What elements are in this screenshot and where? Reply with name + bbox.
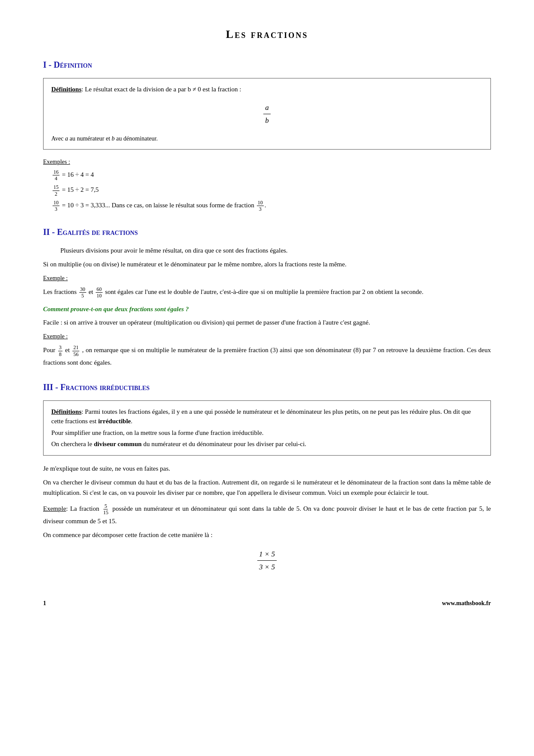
section2-para1: Plusieurs divisions pour avoir le même r… (60, 245, 491, 256)
fraction-note: Avec a au numérateur et b au dénominateu… (51, 134, 483, 143)
frac-16-4-den: 4 (54, 175, 58, 181)
def3-bold2: diviseur commun (94, 440, 142, 447)
section2-ex2-pour: Pour (43, 347, 55, 353)
def3-line1: Définitions: Parmi toutes les fractions … (51, 407, 483, 426)
frac-60-10-num: 60 (96, 286, 103, 293)
section3-example-label: Exemple (43, 505, 66, 512)
section2-ex1-prefix: Les fractions (43, 288, 77, 295)
frac-10-3a-num: 10 (53, 200, 59, 206)
example-1: 16 4 = 16 ÷ 4 = 4 (52, 169, 491, 182)
section3-para1: Je m'explique tout de suite, ne vous en … (43, 463, 491, 474)
def3-line3: On cherchera le diviseur commun du numér… (51, 439, 483, 449)
frac-15-2-num: 15 (53, 184, 59, 191)
section2-ex2-et: et (65, 347, 72, 353)
main-fraction-display: a b (51, 102, 483, 126)
example-3-suffix: . (265, 202, 266, 209)
frac-5-15-num: 5 (103, 503, 108, 509)
frac-16-4-num: 16 (53, 169, 59, 175)
frac-10-3b-den: 3 (258, 206, 262, 212)
section3-ex-text1: : La fraction (66, 505, 99, 512)
frac-30-5-num: 30 (79, 286, 86, 293)
frac-21-56-den: 56 (72, 351, 79, 357)
section2-example1-block: Exemple : Les fractions 30 5 et 60 10 so… (43, 274, 491, 299)
fraction-16-4: 16 4 (53, 169, 59, 182)
fraction-30-5: 30 5 (79, 286, 86, 299)
example-3-prefix: = 10 ÷ 3 = 3,333... Dans ce cas, on lais… (62, 202, 254, 209)
fraction-21-56: 21 56 (72, 344, 79, 357)
frac-5-15-den: 15 (102, 509, 109, 515)
section2-answer: Facile : si on arrive à trouver un opéra… (43, 317, 491, 328)
page-title: Les fractions (43, 26, 491, 43)
fraction-10-3-b: 10 3 (257, 200, 264, 212)
footer-page-number: 1 (43, 599, 46, 608)
def3-text2: . (131, 418, 133, 425)
fraction-denominator: b (263, 114, 271, 126)
decompose-fraction: 1 × 5 3 × 5 (43, 549, 491, 573)
def3-label: Définitions (51, 408, 81, 415)
section2-example2-text: Pour 3 8 et 21 56 , on remarque que si o… (43, 344, 491, 368)
fraction-3-8: 3 8 (58, 344, 62, 357)
definition-box-1: Définitions: Le résultat exact de la div… (43, 78, 491, 150)
frac-10-3b-num: 10 (257, 200, 264, 206)
frac-10-3a-den: 3 (54, 206, 58, 212)
section2-et: et (88, 288, 95, 295)
def-label-1: Définitions (51, 86, 81, 93)
frac-21-56-num: 21 (72, 344, 79, 351)
section-2: II - Egalités de fractions Plusieurs div… (43, 225, 491, 368)
footer-site: www.mathsbook.fr (442, 599, 491, 608)
definition-box-3: Définitions: Parmi toutes les fractions … (43, 400, 491, 456)
section2-ex2-rest: , on remarque que si on multiplie le num… (43, 347, 491, 366)
examples-label-1: Exemples : (43, 157, 491, 166)
section2-example2-label: Exemple : (43, 332, 491, 341)
section-1: I - Définition Définitions: Le résultat … (43, 58, 491, 212)
fraction-60-10: 60 10 (96, 286, 103, 299)
decompose-denominator: 3 × 5 (257, 561, 277, 573)
def3-bold1: irréductible (98, 418, 131, 425)
frac-15-2-den: 2 (54, 191, 58, 197)
frac-3-8-num: 3 (58, 344, 62, 351)
decompose-numerator: 1 × 5 (257, 549, 277, 561)
section-3: III - Fractions irréductibles Définition… (43, 381, 491, 573)
fraction-15-2: 15 2 (53, 184, 59, 197)
frac-60-10-den: 10 (96, 293, 103, 299)
section2-example1-text: Les fractions 30 5 et 60 10 sont égales … (43, 286, 491, 299)
def3-text5: du numérateur et du dénominateur pour le… (143, 440, 306, 447)
section2-example-label: Exemple : (43, 274, 491, 283)
frac-30-5-den: 5 (81, 293, 85, 299)
section3-example-block: Exemple: La fraction 5 15 possède un num… (43, 503, 491, 573)
section2-example2-block: Exemple : Pour 3 8 et 21 56 , on remarqu… (43, 332, 491, 368)
fraction-1x5-3x5: 1 × 5 3 × 5 (257, 549, 277, 573)
examples-section-1: Exemples : 16 4 = 16 ÷ 4 = 4 15 2 = 15 ÷… (43, 157, 491, 212)
section3-example-text: Exemple: La fraction 5 15 possède un num… (43, 503, 491, 526)
section3-para2: On va chercher le diviseur commun du hau… (43, 477, 491, 498)
def3-text4: On cherchera le (51, 440, 92, 447)
example-2-text: = 15 ÷ 2 = 7,5 (62, 187, 99, 194)
section-2-title: II - Egalités de fractions (43, 225, 491, 238)
section2-question-block: Comment prouve-t-on que deux fractions s… (43, 304, 491, 328)
def3-line2: Pour simplifier une fraction, on la mett… (51, 428, 483, 438)
fraction-10-3-a: 10 3 (53, 200, 59, 212)
page-footer: 1 www.mathsbook.fr (43, 599, 491, 608)
section-3-title: III - Fractions irréductibles (43, 381, 491, 394)
fraction-a-over-b: a b (263, 102, 271, 126)
example-3: 10 3 = 10 ÷ 3 = 3,333... Dans ce cas, on… (52, 200, 491, 212)
section-1-title: I - Définition (43, 58, 491, 71)
section2-ex1-rest: sont égales car l'une est le double de l… (105, 288, 424, 295)
fraction-5-15: 5 15 (102, 503, 109, 516)
example-1-text: = 16 ÷ 4 = 4 (62, 171, 94, 178)
section3-ex-text2: possède un numérateur et un dénominateur… (43, 505, 491, 524)
section2-para2: Si on multiplie (ou on divise) le numéra… (43, 259, 491, 269)
frac-3-8-den: 8 (58, 351, 62, 357)
section3-decompose-intro: On commence par décomposer cette fractio… (43, 530, 491, 540)
def-text-1: : Le résultat exact de la division de a … (81, 86, 241, 93)
example-2: 15 2 = 15 ÷ 2 = 7,5 (52, 184, 491, 197)
fraction-numerator: a (263, 102, 271, 115)
section2-question: Comment prouve-t-on que deux fractions s… (43, 304, 491, 314)
